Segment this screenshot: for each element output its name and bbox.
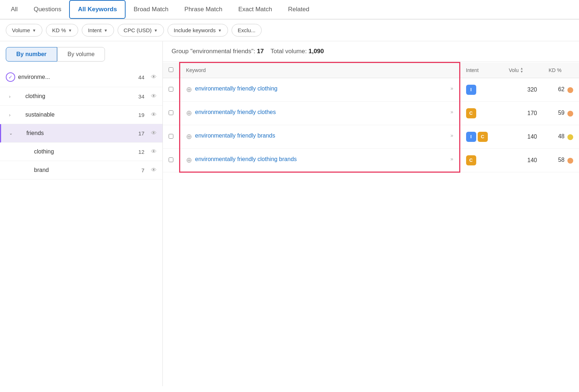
sidebar-item-clothing[interactable]: › clothing 34 👁 [0,87,162,106]
row-checkbox[interactable] [169,87,173,92]
eye-icon[interactable]: 👁 [151,111,157,118]
sidebar-item-friends[interactable]: ⌄ friends 17 👁 [0,124,162,143]
sort-by-number[interactable]: By number [6,47,57,62]
tab-related[interactable]: Related [280,1,317,19]
kd-value: 48 [558,133,565,139]
volume-cell: 140 [503,148,543,172]
sidebar-item-label: friends [26,130,135,136]
sidebar-item-clothing2[interactable]: clothing 12 👁 [0,143,162,161]
row-checkbox-cell [163,78,180,101]
keyword-cell: ⊕environmentally friendly clothing brand… [180,148,460,172]
plus-circle-icon: ⊕ [186,85,192,94]
table-row: ⊕environmentally friendly clothing»I3206… [163,78,579,101]
tab-broad-match[interactable]: Broad Match [126,1,176,19]
keyword-cell: ⊕environmentally friendly clothing» [180,78,460,101]
th-kd: KD % [543,63,579,78]
eye-icon[interactable]: 👁 [151,148,157,155]
sidebar-item-count: 12 [138,149,144,155]
intent-badge: C [466,155,476,165]
tab-phrase-match[interactable]: Phrase Match [177,1,231,19]
sidebar-item-count: 17 [138,130,144,136]
tab-all[interactable]: All [3,1,26,19]
eye-icon[interactable]: 👁 [151,167,157,173]
volume-value: 320 [509,87,537,93]
kd-value: 58 [558,157,565,163]
double-arrow-icon: » [451,132,453,138]
sidebar-item-sustainable[interactable]: › sustainable 19 👁 [0,106,162,124]
kd-cell: 48 [543,125,579,148]
th-keyword: Keyword [180,63,460,78]
keyword-cell: ⊕environmentally friendly clothes» [180,101,460,125]
row-checkbox[interactable] [169,157,173,162]
filter-bar: Volume ▼ KD % ▼ Intent ▼ CPC (USD) ▼ Inc… [0,20,579,41]
sidebar: By number By volume ✓ environme... 44 👁 … [0,41,163,386]
sidebar-item-count: 34 [138,93,144,100]
intent-cell: IC [460,125,503,148]
kd-cell: 59 [543,101,579,125]
row-checkbox-cell [163,148,180,172]
table-wrapper: Keyword Intent Volu ▲▼ [163,62,579,173]
th-volume[interactable]: Volu ▲▼ [503,63,543,78]
tab-exact-match[interactable]: Exact Match [230,1,280,19]
filter-volume[interactable]: Volume ▼ [6,24,42,37]
sort-buttons: By number By volume [0,41,162,67]
filter-cpc[interactable]: CPC (USD) ▼ [118,24,164,37]
filter-intent[interactable]: Intent ▼ [82,24,114,37]
table-header-row: Keyword Intent Volu ▲▼ [163,63,579,78]
sidebar-item-brand[interactable]: brand 7 👁 [0,161,162,180]
chevron-down-icon: ▼ [68,28,72,33]
intent-cell: C [460,148,503,172]
tab-questions[interactable]: Questions [26,1,69,19]
keyword-text: environmentally friendly brands [195,132,448,139]
plus-circle-icon: ⊕ [186,109,192,117]
intent-cell: C [460,101,503,125]
keyword-link[interactable]: ⊕environmentally friendly clothing brand… [186,156,453,164]
kd-value: 59 [558,110,565,116]
kd-indicator-dot [567,158,573,164]
keyword-tbody: ⊕environmentally friendly clothing»I3206… [163,78,579,172]
keyword-link[interactable]: ⊕environmentally friendly brands» [186,132,453,141]
keyword-cell: ⊕environmentally friendly brands» [180,125,460,148]
sidebar-item-count: 7 [141,167,144,173]
chevron-down-circle-icon: ✓ [6,72,15,82]
keyword-link[interactable]: ⊕environmentally friendly clothing» [186,85,453,94]
eye-icon[interactable]: 👁 [151,93,157,100]
intent-badge: I [466,85,476,95]
chevron-down-icon: ▼ [104,28,108,33]
select-all-checkbox[interactable] [169,67,173,72]
sort-by-volume[interactable]: By volume [57,47,105,62]
sidebar-item-label: clothing [34,148,135,155]
tab-bar: All Questions All Keywords Broad Match P… [0,0,579,20]
double-arrow-icon: » [451,156,453,162]
kd-indicator-dot [567,134,573,140]
chevron-right-icon: › [6,111,14,119]
sidebar-item-label: sustainable [25,111,135,118]
filter-include[interactable]: Include keywords ▼ [168,24,228,37]
chevron-down-icon: ▼ [32,28,36,33]
main-layout: By number By volume ✓ environme... 44 👁 … [0,41,579,386]
tab-all-keywords[interactable]: All Keywords [69,0,126,19]
row-checkbox[interactable] [169,134,173,139]
volume-cell: 170 [503,101,543,125]
sidebar-item-count: 19 [138,112,144,118]
kd-value: 62 [558,86,565,92]
group-header: Group "environmental friends": 17 Total … [163,41,579,62]
keyword-text: environmentally friendly clothing [195,85,448,92]
sidebar-item-environme[interactable]: ✓ environme... 44 👁 [0,67,162,87]
plus-circle-icon: ⊕ [186,156,192,164]
kd-cell: 58 [543,148,579,172]
eye-icon[interactable]: 👁 [151,74,157,80]
eye-icon[interactable]: 👁 [151,130,157,136]
volume-cell: 140 [503,125,543,148]
intent-badge: C [466,108,476,118]
intent-badge: I [466,132,476,142]
sidebar-item-label: clothing [25,93,135,100]
keyword-link[interactable]: ⊕environmentally friendly clothes» [186,109,453,117]
filter-exclude[interactable]: Exclu... [232,24,262,37]
filter-kd[interactable]: KD % ▼ [46,24,78,37]
volume-value: 170 [509,110,537,117]
content-area: Group "environmental friends": 17 Total … [163,41,579,386]
keyword-text: environmentally friendly clothes [195,109,448,115]
sidebar-item-count: 44 [138,74,144,80]
row-checkbox[interactable] [169,110,173,115]
